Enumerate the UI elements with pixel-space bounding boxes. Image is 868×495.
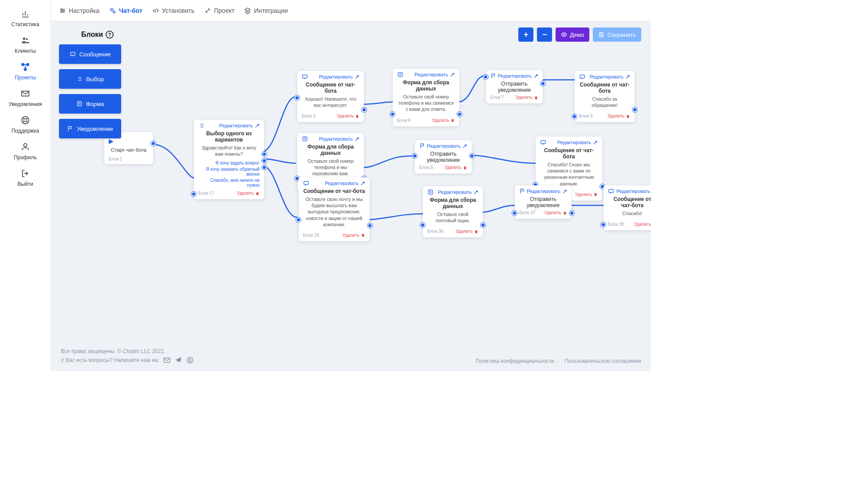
svg-point-12 (113, 11, 115, 13)
users-icon (20, 35, 30, 45)
port-out[interactable] (470, 153, 474, 158)
telegram-icon[interactable] (174, 356, 182, 364)
delete-link[interactable]: Удалить (544, 210, 567, 215)
delete-link[interactable]: Удалить (337, 114, 359, 118)
palette-form[interactable]: Форма (59, 94, 121, 114)
form-icon (397, 71, 403, 78)
edit-link[interactable]: Редактировать (325, 181, 365, 186)
sidebar-item-stats[interactable]: Статистика (0, 9, 51, 28)
port-in[interactable] (296, 217, 301, 222)
mail-icon[interactable] (163, 356, 171, 364)
edit-link[interactable]: Редактировать (319, 136, 359, 141)
flow-icon (20, 62, 30, 72)
footer-contact-text: У Вас есть вопросы? Напишите нам на: (61, 357, 159, 363)
node-block-7[interactable]: Редактировать Отправить уведомление Блок… (486, 70, 543, 103)
node-block-5[interactable]: Редактировать Отправить уведомление Блок… (415, 140, 472, 173)
node-foot: Блок 1 (109, 157, 122, 161)
tab-settings[interactable]: Настройка (59, 7, 99, 14)
edit-link[interactable]: Редактировать (590, 74, 630, 79)
logout-icon (20, 169, 30, 178)
form-icon (302, 136, 308, 142)
port-in[interactable] (295, 95, 300, 100)
node-block-38[interactable]: Редактировать Сообщение от чат-бота Спас… (604, 185, 651, 230)
port-out[interactable] (362, 107, 367, 112)
sidebar-item-clients[interactable]: Клиенты (0, 35, 51, 54)
node-block-36[interactable]: Редактировать Форма для сбора данных Ост… (423, 186, 483, 237)
delete-link[interactable]: Удалить (445, 165, 467, 170)
choice-option-3[interactable]: Спасибо, мне ничего не нужно (194, 178, 264, 189)
node-block-37[interactable]: Редактировать Отправить уведомление Блок… (515, 185, 572, 219)
node-block-17[interactable]: Редактировать Выбор одного из вариантов … (194, 120, 264, 199)
node-block-3[interactable]: Редактировать Сообщение от чат-бота Хоро… (297, 71, 364, 122)
skype-icon[interactable] (186, 356, 194, 364)
delete-link[interactable]: Удалить (343, 233, 365, 238)
palette-label: Уведомление (77, 126, 113, 132)
trash-icon (355, 114, 359, 118)
delete-link[interactable]: Удалить (575, 192, 598, 197)
palette-message[interactable]: Сообщение (59, 44, 121, 64)
edit-link[interactable]: Редактировать (219, 123, 260, 128)
port-out[interactable] (457, 112, 462, 117)
toolbar: Блоки ? + − Демо Сохранить (51, 21, 651, 44)
svg-point-6 (24, 118, 27, 122)
choice-option-2[interactable]: Я хочу заказать обратный звонок (194, 167, 264, 178)
canvas[interactable]: ▶ Старт чат-бота Блок 1 Редактировать Вы… (51, 44, 651, 343)
palette-choice[interactable]: Выбор (59, 69, 121, 89)
choice-option-1[interactable]: Я хочу задать вопрос (194, 161, 264, 167)
edit-link[interactable]: Редактировать (616, 189, 651, 194)
delete-link[interactable]: Удалить (608, 114, 630, 118)
edit-link[interactable]: Редактировать (557, 140, 598, 145)
port-in[interactable] (512, 211, 517, 216)
port-out-3[interactable] (262, 165, 267, 170)
delete-link[interactable]: Удалить (432, 118, 455, 123)
edit-link[interactable]: Редактировать (527, 189, 567, 194)
port-out[interactable] (151, 141, 156, 146)
tab-integrations[interactable]: Интеграции (244, 7, 288, 14)
delete-link[interactable]: Удалить (237, 191, 260, 196)
sidebar-item-label: Проекты (15, 75, 36, 81)
node-block-6[interactable]: Редактировать Форма для сбора данных Ост… (393, 69, 459, 126)
port-out[interactable] (569, 211, 574, 216)
sidebar-item-profile[interactable]: Профиль (0, 142, 51, 161)
port-out[interactable] (367, 223, 372, 228)
edit-link[interactable]: Редактировать (427, 143, 467, 149)
node-block-26[interactable]: Редактировать Сообщение от чат-бота Оста… (299, 177, 370, 241)
sidebar-item-projects[interactable]: Проекты (0, 62, 51, 81)
node-block-8[interactable]: Редактировать Сообщение от чат-бота Спас… (575, 71, 635, 122)
save-button[interactable]: Сохранить (593, 28, 641, 42)
port-out-2[interactable] (262, 158, 267, 163)
node-title: Форма для сбора данных (393, 79, 459, 92)
port-out[interactable] (481, 223, 485, 228)
delete-link[interactable]: Удалить (516, 95, 538, 100)
sidebar-item-notifications[interactable]: Уведомления (0, 89, 51, 107)
sidebar-item-support[interactable]: Поддержка (0, 115, 51, 134)
tab-install[interactable]: Установить (152, 7, 194, 14)
edit-link[interactable]: Редактировать (498, 73, 538, 79)
delete-link[interactable]: Удалить (456, 229, 478, 234)
remove-button[interactable]: − (537, 28, 552, 42)
edit-link[interactable]: Редактировать (438, 189, 478, 195)
chat-icon (579, 74, 585, 80)
footer-terms-link[interactable]: Пользовательское соглашение (564, 358, 641, 364)
port-out-1[interactable] (262, 152, 267, 157)
tab-chatbot[interactable]: Чат-бот (109, 7, 142, 14)
demo-button[interactable]: Демо (556, 28, 589, 42)
node-body: Оставьте свою почту и мы будем высылать … (299, 194, 370, 231)
port-out[interactable] (632, 107, 637, 112)
svg-point-9 (63, 10, 64, 11)
port-out[interactable] (541, 81, 545, 86)
edit-link[interactable]: Редактировать (414, 72, 455, 77)
footer-privacy-link[interactable]: Политика конфиденциальности (476, 358, 561, 364)
edit-link[interactable]: Редактировать (319, 74, 359, 79)
help-icon[interactable]: ? (106, 31, 114, 39)
delete-link[interactable]: Удалить (634, 222, 651, 227)
chat-icon (540, 139, 546, 145)
sidebar-item-logout[interactable]: Выйти (0, 169, 51, 187)
sidebar-item-label: Профиль (14, 154, 37, 161)
port-in[interactable] (412, 153, 417, 158)
add-button[interactable]: + (518, 28, 533, 42)
palette-notify[interactable]: Уведомление (59, 119, 121, 138)
port-in[interactable] (483, 75, 488, 79)
tab-project[interactable]: Проект (204, 7, 234, 14)
port-in[interactable] (390, 112, 395, 117)
